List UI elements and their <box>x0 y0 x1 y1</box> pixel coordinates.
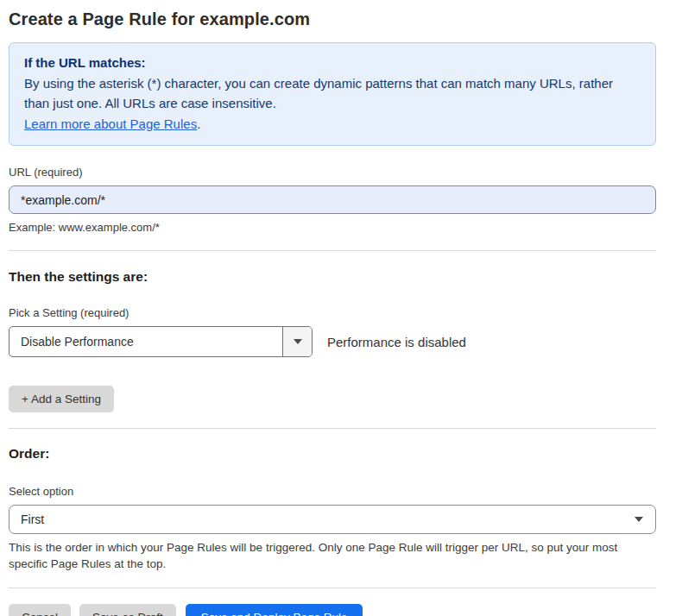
chevron-down-icon <box>635 517 643 522</box>
setting-select[interactable]: Disable Performance <box>9 326 313 357</box>
url-matches-info-box: If the URL matches: By using the asteris… <box>9 42 656 146</box>
cancel-button[interactable]: Cancel <box>9 604 71 616</box>
link-period: . <box>197 116 200 131</box>
save-as-draft-button[interactable]: Save as Draft <box>79 604 176 616</box>
info-box-body: By using the asterisk (*) character, you… <box>24 73 641 135</box>
order-select[interactable]: First <box>9 505 656 534</box>
add-setting-button[interactable]: + Add a Setting <box>9 386 114 412</box>
url-example-text: Example: www.example.com/* <box>9 221 656 234</box>
footer-actions: Cancel Save as Draft Save and Deploy Pag… <box>9 604 656 616</box>
create-page-rule-form: Create a Page Rule for example.com If th… <box>9 0 656 616</box>
info-box-body-text: By using the asterisk (*) character, you… <box>24 76 613 111</box>
order-section-heading: Order: <box>9 446 656 462</box>
url-input[interactable] <box>9 185 656 214</box>
setting-status-text: Performance is disabled <box>327 335 466 349</box>
pick-setting-label: Pick a Setting (required) <box>9 306 656 319</box>
save-and-deploy-button[interactable]: Save and Deploy Page Rule <box>186 604 363 616</box>
info-box-heading: If the URL matches: <box>24 53 641 73</box>
divider <box>9 428 656 429</box>
order-select-label: Select option <box>9 485 656 498</box>
setting-select-value: Disable Performance <box>9 327 282 356</box>
learn-more-link[interactable]: Learn more about Page Rules <box>24 116 197 131</box>
chevron-down-icon <box>294 339 302 344</box>
order-help-text: This is the order in which your Page Rul… <box>9 539 651 572</box>
divider <box>9 250 656 251</box>
setting-select-arrow-button[interactable] <box>282 327 312 356</box>
setting-row: Disable Performance Performance is disab… <box>9 326 656 357</box>
page-title: Create a Page Rule for example.com <box>9 9 656 29</box>
order-select-value: First <box>21 512 635 526</box>
divider <box>9 588 656 588</box>
settings-section-heading: Then the settings are: <box>9 269 656 285</box>
url-field-label: URL (required) <box>9 166 656 179</box>
